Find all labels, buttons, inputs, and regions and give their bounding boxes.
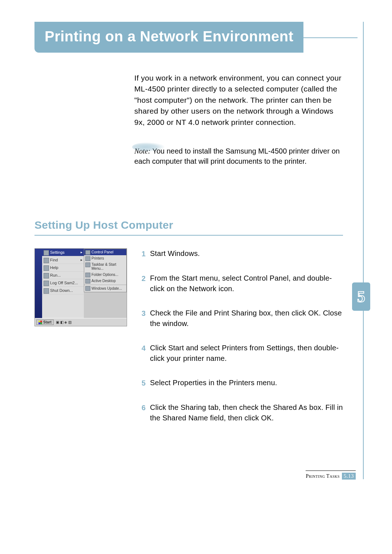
screenshot-right-item: Taskbar & Start Menu... xyxy=(84,261,126,272)
step-item: 2 From the Start menu, select Control Pa… xyxy=(142,273,343,294)
decorative-side-line xyxy=(363,22,364,479)
step-text: From the Start menu, select Control Pane… xyxy=(150,273,343,294)
step-number: 3 xyxy=(142,308,146,329)
screenshot-left-item: Log Off Sam2... xyxy=(42,279,84,287)
step-number: 4 xyxy=(142,343,146,364)
screenshot-right-item: Printers xyxy=(84,255,126,261)
step-text: Click Start and select Printers from Set… xyxy=(150,343,343,364)
screenshot-tray-icons: ▣ ◧ ◈ ▧ xyxy=(56,320,72,324)
step-item: 6 Click the Sharing tab, then check the … xyxy=(142,402,343,423)
screenshot-right-item: Active Desktop xyxy=(84,278,126,284)
steps-list: 1 Start Windows. 2 From the Start menu, … xyxy=(142,248,343,423)
step-item: 5 Select Properties in the Printers menu… xyxy=(142,378,343,388)
step-item: 4 Click Start and select Printers from S… xyxy=(142,343,343,364)
screenshot-taskbar: Start ▣ ◧ ◈ ▧ xyxy=(35,318,127,326)
screenshot-left-item: Settings xyxy=(42,249,84,256)
footer-section-label: Printing Tasks xyxy=(306,473,339,479)
step-text: Check the File and Print Sharing box, th… xyxy=(150,308,343,329)
screenshot-start-button: Start xyxy=(36,319,54,325)
step-text: Select Properties in the Printers menu. xyxy=(150,378,277,388)
screenshot-left-item: Shut Down... xyxy=(42,287,84,294)
screenshot-left-item: Find xyxy=(42,256,84,264)
screenshot-left-item: Help xyxy=(42,264,84,272)
section-heading: Setting Up Host Computer xyxy=(34,219,343,236)
note-text: You need to install the Samsung ML-4500 … xyxy=(134,147,340,165)
step-text: Click the Sharing tab, then check the Sh… xyxy=(150,402,343,423)
screenshot-sidebar-text: Windows98 xyxy=(34,268,36,315)
page-footer: Printing Tasks 5.13 xyxy=(306,471,356,480)
screenshot-right-item: Folder Options... xyxy=(84,272,126,278)
step-item: 3 Check the File and Print Sharing box, … xyxy=(142,308,343,329)
screenshot-right-item: Control Panel xyxy=(84,249,126,255)
step-number: 6 xyxy=(142,403,146,423)
intro-paragraph: If you work in a network environment, yo… xyxy=(134,73,343,128)
step-number: 5 xyxy=(142,378,146,388)
page-title: Printing on a Network Environment xyxy=(34,22,303,53)
step-number: 1 xyxy=(142,249,146,259)
footer-page-badge: 5.13 xyxy=(342,473,356,480)
screenshot-right-item: Windows Update... xyxy=(84,285,126,292)
screenshot-left-item: Run... xyxy=(42,272,84,279)
chapter-tab: 5 xyxy=(352,282,370,311)
note-highlight-brush xyxy=(132,142,165,152)
chapter-number: 5 xyxy=(357,288,365,306)
step-number: 2 xyxy=(142,273,146,294)
title-bar: Printing on a Network Environment xyxy=(34,22,358,53)
note-block: Note: You need to install the Samsung ML… xyxy=(134,146,343,166)
start-menu-screenshot: Windows98 Settings Find Help Run... Log … xyxy=(34,248,127,326)
step-item: 1 Start Windows. xyxy=(142,248,343,259)
step-text: Start Windows. xyxy=(150,248,200,259)
